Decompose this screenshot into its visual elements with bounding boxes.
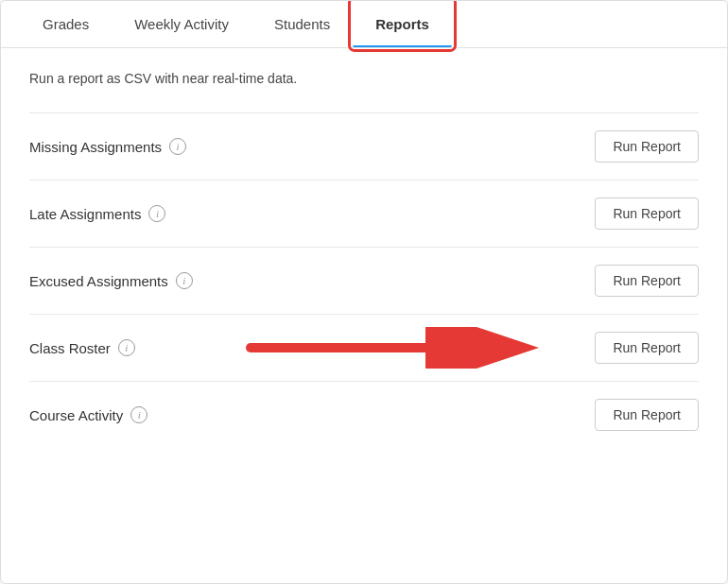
run-report-button-late-assignments[interactable]: Run Report (595, 198, 699, 230)
tab-bar: Grades Weekly Activity Students Reports (1, 1, 727, 48)
red-arrow-icon (218, 327, 566, 369)
info-icon-late-assignments[interactable]: i (148, 205, 165, 222)
red-arrow-container (218, 327, 566, 369)
report-label-class-roster: Class Roster i (29, 339, 135, 356)
tab-grades[interactable]: Grades (20, 1, 112, 47)
run-report-button-missing-assignments[interactable]: Run Report (595, 130, 699, 163)
tab-students[interactable]: Students (251, 1, 353, 47)
report-list: Missing Assignments i Run Report Late As… (29, 112, 699, 448)
report-label-excused-assignments: Excused Assignments i (29, 272, 193, 289)
tab-reports[interactable]: Reports (353, 1, 452, 47)
tab-weekly-activity[interactable]: Weekly Activity (112, 1, 251, 47)
reports-content: Run a report as CSV with near real-time … (1, 48, 727, 583)
report-label-course-activity: Course Activity i (29, 406, 147, 423)
run-report-button-excused-assignments[interactable]: Run Report (595, 265, 699, 297)
app-window: Grades Weekly Activity Students Reports … (0, 0, 728, 584)
report-row-course-activity: Course Activity i Run Report (29, 382, 699, 448)
info-icon-excused-assignments[interactable]: i (176, 272, 193, 289)
run-report-button-class-roster[interactable]: Run Report (595, 332, 699, 364)
run-report-button-course-activity[interactable]: Run Report (595, 399, 699, 431)
info-icon-course-activity[interactable]: i (130, 406, 147, 423)
report-row-late-assignments: Late Assignments i Run Report (29, 180, 699, 248)
report-row-missing-assignments: Missing Assignments i Run Report (29, 112, 699, 180)
report-row-excused-assignments: Excused Assignments i Run Report (29, 248, 699, 315)
info-icon-missing-assignments[interactable]: i (169, 138, 186, 155)
subtitle-text: Run a report as CSV with near real-time … (29, 71, 699, 86)
report-label-late-assignments: Late Assignments i (29, 205, 165, 222)
info-icon-class-roster[interactable]: i (118, 339, 135, 356)
report-label-missing-assignments: Missing Assignments i (29, 138, 186, 155)
report-row-class-roster: Class Roster i Run Report (29, 315, 699, 382)
